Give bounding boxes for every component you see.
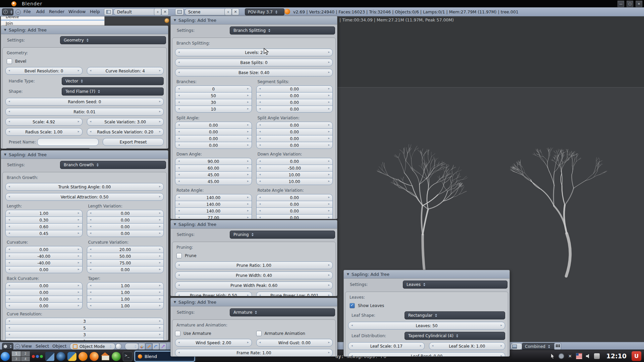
number-field[interactable]: ◂0.00▸ [256,122,333,129]
collapse-triangle-icon[interactable]: ▼ [174,300,176,304]
display-settings-icon[interactable] [45,352,54,361]
volume-tray-icon[interactable] [585,353,591,359]
panel-header[interactable]: ▼ Sapling: Add Tree [171,16,337,24]
increment-arrow-icon[interactable]: ▸ [247,209,249,212]
blender-app-icon[interactable] [78,352,88,361]
armature-animation-checkbox[interactable] [256,331,262,336]
increment-arrow-icon[interactable]: ▸ [328,202,330,205]
web-globe-icon[interactable] [56,352,65,361]
decrement-arrow-icon[interactable]: ◂ [259,209,261,212]
increment-arrow-icon[interactable]: ▸ [328,107,330,110]
decrement-arrow-icon[interactable]: ◂ [8,261,10,264]
mode-dropdown[interactable]: Object Mode [70,343,115,350]
scale-variation-slider[interactable]: ◂Scale Variation: 3.00▸ [87,118,164,126]
number-field[interactable]: ◂0.00▸ [87,266,164,273]
number-field[interactable]: ◂0.00▸ [256,214,333,219]
taskbar-clock[interactable]: 12:10 [606,352,627,360]
increment-arrow-icon[interactable]: ▸ [247,202,249,205]
decrement-arrow-icon[interactable]: ◂ [178,130,180,133]
decrement-arrow-icon[interactable]: ◂ [90,267,92,271]
decrement-arrow-icon[interactable]: ◂ [178,159,180,163]
increment-arrow-icon[interactable]: ▸ [159,231,161,235]
viewport-menu-object[interactable]: Object [52,344,66,349]
number-field[interactable]: ◂0.45▸ [5,230,83,237]
number-field[interactable]: ◂10.00▸ [256,171,333,178]
frame-rate-slider[interactable]: ◂Frame Rate: 1.00▸ [175,349,333,357]
increment-arrow-icon[interactable]: ▸ [328,159,330,163]
increment-arrow-icon[interactable]: ▸ [159,339,161,341]
decrement-arrow-icon[interactable]: ◂ [8,333,10,336]
prune-power-high-slider[interactable]: ◂Prune Power High: 0.50▸ [175,292,252,296]
number-field[interactable]: ◂30▸ [175,99,252,106]
base-splits-slider[interactable]: ◂Base Splits: 0▸ [175,59,333,66]
settings-dropdown[interactable]: Branch Growth [60,161,166,169]
increment-arrow-icon[interactable]: ▸ [247,143,249,146]
load-preset-dropdown[interactable]: Load Preset [5,148,91,149]
number-field[interactable]: ◂0.00▸ [256,201,333,208]
decrement-arrow-icon[interactable]: ◂ [8,218,10,221]
increment-arrow-icon[interactable]: ▸ [78,267,79,271]
decrement-arrow-icon[interactable]: ◂ [90,261,92,264]
decrement-arrow-icon[interactable]: ◂ [259,166,261,169]
delete-scene-button[interactable]: ✕ [232,8,239,15]
leaf-distribution-dropdown[interactable]: Tapered Cylindrical (4) [405,332,505,340]
leaf-scale-slider[interactable]: ◂Leaf Scale: 0.17▸ [348,342,425,350]
settings-dropdown[interactable]: Pruning [230,231,335,239]
decrement-arrow-icon[interactable]: ◂ [90,225,92,228]
decrement-arrow-icon[interactable]: ◂ [90,231,92,235]
decrement-arrow-icon[interactable]: ◂ [90,218,92,221]
number-field[interactable]: ◂10.00▸ [256,178,333,185]
panel-header[interactable]: ▼ Sapling: Add Tree [1,150,168,159]
manipulator-scale-button[interactable] [159,343,166,350]
pointer-tray-icon[interactable] [550,353,555,359]
workspace-2[interactable]: 2 [21,351,30,356]
terminal-icon[interactable]: >_ [123,352,132,361]
flag-tray-icon[interactable] [576,353,582,359]
leaf-shape-dropdown[interactable]: Rectangular [405,311,505,319]
decrement-arrow-icon[interactable]: ◂ [178,107,180,110]
increment-arrow-icon[interactable]: ▸ [159,290,161,294]
decrement-arrow-icon[interactable]: ◂ [178,87,180,90]
use-armature-checkbox[interactable] [175,331,180,336]
shape-dropdown[interactable]: Tend Flame (7) [62,87,164,96]
number-field[interactable]: ◂0.00▸ [256,99,333,106]
increment-arrow-icon[interactable]: ▸ [247,159,249,163]
increment-arrow-icon[interactable]: ▸ [328,123,330,126]
number-field[interactable]: ◂0.00▸ [256,135,333,142]
pivot-dropdown[interactable] [125,343,139,350]
handle-type-dropdown[interactable]: Vector [62,77,164,85]
number-field[interactable]: ◂50.00▸ [87,253,164,260]
firefox-icon[interactable] [90,352,99,361]
curve-resolution-slider[interactable]: ◂Curve Resolution: 4▸ [87,67,164,75]
increment-arrow-icon[interactable]: ▸ [328,143,330,146]
number-field[interactable]: ◂140.00▸ [175,194,252,201]
ratio-slider[interactable]: ◂Ratio: 0.01▸ [5,108,164,116]
increment-arrow-icon[interactable]: ▸ [159,333,161,336]
decrement-arrow-icon[interactable]: ◂ [8,231,10,235]
increment-arrow-icon[interactable]: ▸ [328,100,330,104]
decrement-arrow-icon[interactable]: ◂ [178,195,180,199]
increment-arrow-icon[interactable]: ▸ [247,94,249,97]
increment-arrow-icon[interactable]: ▸ [159,297,161,300]
number-field[interactable]: ◂0.60▸ [5,223,83,230]
decrement-arrow-icon[interactable]: ◂ [178,166,180,169]
decrement-arrow-icon[interactable]: ◂ [259,143,261,146]
collapse-triangle-icon[interactable]: ▼ [174,223,176,226]
increment-arrow-icon[interactable]: ▸ [159,247,161,251]
workspace-1[interactable]: 1 [12,351,21,356]
decrement-arrow-icon[interactable]: ◂ [259,100,261,104]
number-field[interactable]: ◂1.00▸ [87,296,164,303]
number-field[interactable]: ◂0.00▸ [256,194,333,201]
increment-arrow-icon[interactable]: ▸ [159,304,161,307]
decrement-arrow-icon[interactable]: ◂ [178,209,180,212]
preset-name-input[interactable] [37,138,99,146]
scale-slider[interactable]: ◂Scale: 4.92▸ [5,118,83,126]
number-field[interactable]: ◂140.00▸ [175,207,252,215]
trunk-starting-angle-slider[interactable]: ◂Trunk Starting Angle: 0.00▸ [5,183,164,191]
start-menu-icon[interactable] [1,352,10,361]
delete-layout-button[interactable]: ✕ [161,8,169,15]
image-icon-button[interactable] [511,343,523,350]
increment-arrow-icon[interactable]: ▸ [78,304,79,307]
decrement-arrow-icon[interactable]: ◂ [259,123,261,126]
maximize-button[interactable]: ▢ [627,1,633,7]
